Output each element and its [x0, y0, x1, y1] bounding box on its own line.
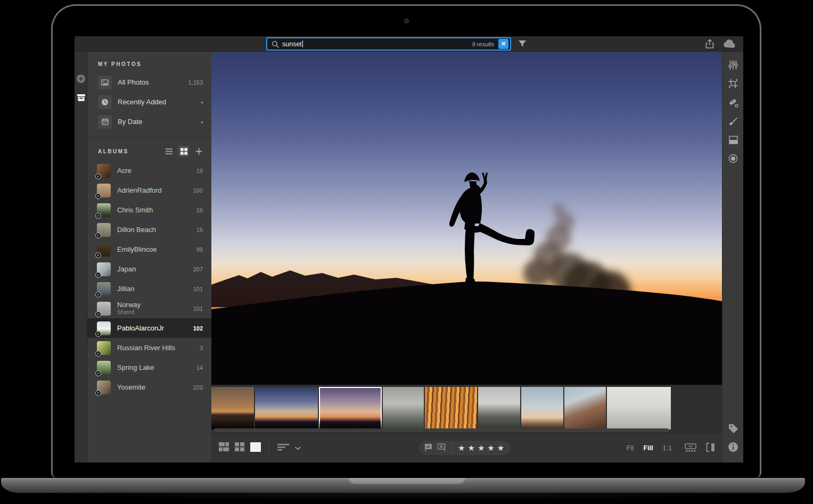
collapse-triangle-icon[interactable]: ◂ [200, 119, 203, 125]
filmstrip-thumbnail-4[interactable] [383, 387, 424, 429]
album-item-acre[interactable]: ✓ Acre 19 [87, 161, 211, 180]
laptop-base [1, 478, 805, 493]
search-results-count: 9 results [472, 41, 494, 47]
album-item-norway[interactable]: ✓ NorwayShared 101 [87, 299, 211, 318]
album-count: 220 [193, 384, 203, 391]
album-item-japan[interactable]: ✓ Japan 207 [87, 259, 211, 279]
cloud-sync-icon[interactable] [723, 39, 736, 51]
top-bar: sunset 9 results ✕ [75, 36, 743, 52]
sidebar: MY PHOTOS All Photos 1,153 Recently Adde… [87, 52, 211, 462]
album-name: Dillon Beach [117, 226, 156, 234]
album-thumbnail: ✓ [97, 164, 111, 178]
calendar-icon [98, 115, 112, 129]
album-name: Acre [117, 167, 132, 175]
photo-icon [98, 76, 112, 89]
brush-icon[interactable] [727, 115, 739, 127]
album-item-yosemite[interactable]: ✓ Yosemite 220 [87, 377, 211, 397]
my-photos-title: MY PHOTOS [87, 52, 211, 72]
sidebar-item-recently-added[interactable]: Recently Added ◂ [87, 92, 211, 112]
synced-check-icon: ✓ [95, 213, 101, 219]
album-item-dillon-beach[interactable]: ✓ Dillon Beach 15 [87, 220, 211, 239]
filter-funnel-icon[interactable] [518, 39, 527, 50]
collapse-triangle-icon[interactable]: ◂ [200, 100, 203, 105]
album-shared-label: Shared [117, 309, 141, 316]
divider [451, 443, 451, 452]
text-caret [302, 40, 303, 47]
album-item-pabloalarconjr[interactable]: ✓ PabloAlarconJr 102 [87, 318, 211, 338]
filmstrip-toggle-icon[interactable] [685, 443, 696, 453]
all-photos-count: 1,153 [188, 79, 203, 86]
chevron-down-icon[interactable] [295, 444, 301, 452]
search-icon [272, 40, 279, 48]
healing-brush-icon[interactable] [727, 97, 739, 109]
album-item-russian-river-hills[interactable]: ✓ Russian River Hills 3 [87, 338, 211, 358]
album-count: 101 [193, 286, 203, 292]
add-album-icon[interactable] [193, 146, 204, 156]
star-rating[interactable]: ★★★★★ [458, 443, 505, 453]
flag-reject-icon[interactable] [437, 443, 446, 453]
linear-gradient-icon[interactable] [727, 134, 739, 146]
filmstrip-thumbnail-6[interactable] [478, 387, 520, 429]
zoom-1to1-option[interactable]: 1:1 [663, 444, 672, 452]
grid-view-icon[interactable] [235, 442, 244, 453]
synced-check-icon: ✓ [95, 252, 101, 258]
synced-check-icon: ✓ [95, 233, 101, 238]
filmstrip-thumbnail-9[interactable] [607, 387, 671, 429]
album-thumbnail: ✓ [97, 223, 111, 237]
album-item-spring-lake[interactable]: ✓ Spring Lake 14 [87, 358, 211, 377]
share-icon[interactable] [705, 39, 715, 51]
sidebar-item-all-photos[interactable]: All Photos 1,153 [87, 72, 211, 92]
sidebar-item-by-date[interactable]: By Date ◂ [87, 112, 211, 131]
search-input[interactable]: sunset 9 results ✕ [266, 37, 511, 51]
main-photo[interactable] [211, 52, 722, 385]
filmstrip-thumbnail-8[interactable] [564, 387, 606, 429]
album-count: 99 [196, 246, 203, 253]
sort-icon[interactable] [277, 443, 289, 452]
album-item-jillian[interactable]: ✓ Jillian 101 [87, 279, 211, 299]
filmstrip-thumbnail-7[interactable] [521, 387, 563, 429]
radial-gradient-icon[interactable] [727, 153, 739, 164]
album-name: Jillian [117, 285, 135, 293]
filmstrip-thumbnail-5[interactable] [425, 387, 477, 429]
album-grid-view-icon[interactable] [178, 146, 189, 156]
album-count: 3 [200, 345, 203, 351]
by-date-label: By Date [118, 118, 142, 126]
zoom-fill-option[interactable]: Fill [644, 444, 653, 452]
album-thumbnail: ✓ [97, 203, 111, 217]
mosaic-view-icon[interactable] [219, 442, 229, 453]
filmstrip-thumbnail-3-selected[interactable] [319, 387, 382, 429]
clear-search-button[interactable]: ✕ [498, 39, 508, 49]
album-count: 207 [193, 266, 203, 272]
lightroom-app: sunset 9 results ✕ [75, 36, 743, 462]
album-name: PabloAlarconJr [117, 325, 164, 332]
edit-sliders-icon[interactable] [727, 59, 739, 71]
split-view-icon[interactable] [706, 443, 716, 453]
divider [269, 442, 269, 453]
album-thumbnail: ✓ [97, 361, 111, 375]
album-item-chris-smith[interactable]: ✓ Chris Smith 16 [87, 200, 211, 220]
crop-icon[interactable] [727, 78, 739, 89]
album-name: Russian River Hills [117, 344, 175, 352]
keyword-tag-icon[interactable] [727, 423, 739, 434]
album-list-view-icon[interactable] [163, 146, 174, 156]
synced-check-icon: ✓ [95, 390, 101, 396]
album-thumbnail: ✓ [97, 184, 111, 197]
filmstrip-thumbnail-1[interactable] [211, 387, 254, 429]
my-photos-archive-icon[interactable] [77, 94, 86, 103]
album-item-adrienradford[interactable]: ✓ AdrienRadford 100 [87, 180, 211, 200]
star-icon: ★ [467, 443, 475, 453]
album-item-emilyblincoe[interactable]: ✓ EmilyBlincoe 99 [87, 239, 211, 259]
single-view-icon[interactable] [250, 442, 261, 453]
filmstrip-thumbnail-2[interactable] [255, 387, 318, 429]
add-photos-icon[interactable] [76, 74, 86, 85]
album-count: 16 [196, 207, 203, 213]
zoom-fit-option[interactable]: Fit [627, 444, 634, 452]
album-thumbnail: ✓ [97, 262, 111, 276]
flag-pick-icon[interactable] [424, 443, 433, 453]
recently-added-label: Recently Added [118, 98, 166, 106]
filmstrip-scrollbar[interactable] [214, 428, 669, 432]
star-icon: ★ [478, 443, 485, 453]
edit-rail [722, 52, 743, 462]
info-icon[interactable] [727, 441, 739, 453]
all-photos-label: All Photos [118, 78, 149, 86]
